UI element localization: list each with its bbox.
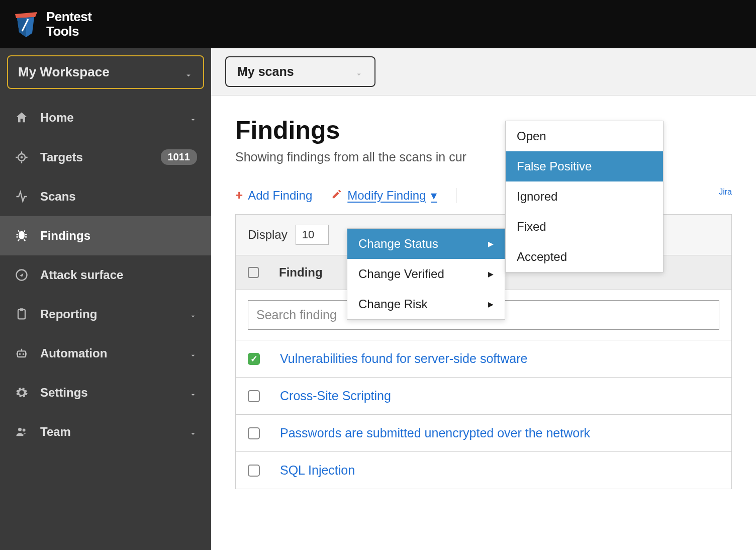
toolbar-divider — [456, 188, 456, 203]
column-header-finding: Finding — [279, 265, 323, 280]
menu-item-label: Change Verified — [358, 267, 444, 281]
change-status-submenu: Open False Positive Ignored Fixed Accept… — [505, 121, 664, 272]
sidebar-item-label: Attack surface — [40, 268, 197, 282]
status-option-accepted[interactable]: Accepted — [506, 242, 663, 272]
status-option-open[interactable]: Open — [506, 121, 663, 151]
robot-icon — [14, 346, 29, 361]
finding-link[interactable]: Vulnerabilities found for server-side so… — [280, 351, 527, 366]
workspace-selector[interactable]: My Workspace — [7, 55, 204, 89]
bug-icon — [14, 228, 29, 243]
svg-point-6 — [19, 353, 21, 355]
sidebar-item-attack-surface[interactable]: Attack surface — [0, 255, 211, 295]
sidebar-item-label: Findings — [40, 229, 197, 243]
brand-line1: Pentest — [46, 10, 91, 24]
sidebar-item-findings[interactable]: Findings — [0, 216, 211, 255]
modify-finding-menu: Change Status ▶ Change Verified ▶ Change… — [347, 228, 505, 320]
caret-down-icon: ▾ — [431, 189, 437, 203]
status-label: Open — [517, 129, 546, 143]
sidebar-item-label: Home — [40, 111, 178, 125]
modify-finding-label: Modify Finding — [347, 189, 426, 203]
jira-link[interactable]: Jira — [719, 188, 732, 197]
people-icon — [14, 424, 29, 439]
add-finding-button[interactable]: + Add Finding — [235, 188, 312, 203]
sidebar-item-label: Settings — [40, 386, 178, 400]
chevron-down-icon — [354, 67, 363, 76]
compass-icon — [14, 267, 29, 283]
targets-count-badge: 1011 — [161, 149, 198, 165]
sidebar-nav: Home Targets 1011 Scans Findings Attack … — [0, 98, 211, 550]
chevron-down-icon — [189, 427, 197, 436]
brand-text: Pentest Tools — [46, 10, 91, 38]
workspace-label: My Workspace — [18, 64, 110, 80]
status-label: False Positive — [517, 159, 592, 173]
modify-finding-button[interactable]: Modify Finding ▾ — [331, 189, 437, 203]
gear-icon — [14, 385, 29, 400]
chevron-down-icon — [189, 113, 197, 122]
menu-item-change-status[interactable]: Change Status ▶ — [347, 229, 505, 259]
home-icon — [14, 110, 29, 125]
content-topbar: My scans — [211, 48, 756, 96]
status-label: Ignored — [517, 190, 557, 204]
row-checkbox[interactable] — [248, 353, 260, 365]
sidebar-item-reporting[interactable]: Reporting — [0, 295, 211, 334]
row-checkbox[interactable] — [248, 465, 260, 477]
add-finding-label: Add Finding — [248, 189, 312, 203]
sidebar: My Workspace Home Targets 1011 Scans Fin… — [0, 48, 211, 550]
row-checkbox[interactable] — [248, 427, 260, 439]
chevron-down-icon — [189, 310, 197, 319]
sidebar-item-label: Automation — [40, 346, 178, 360]
app-header: Pentest Tools — [0, 0, 756, 48]
sidebar-item-settings[interactable]: Settings — [0, 373, 211, 412]
finding-row: Vulnerabilities found for server-side so… — [235, 340, 732, 378]
scans-selector-label: My scans — [237, 64, 294, 79]
svg-rect-5 — [18, 351, 26, 357]
chevron-right-icon: ▶ — [488, 240, 494, 248]
menu-item-label: Change Risk — [358, 297, 427, 311]
menu-item-label: Change Status — [358, 237, 438, 251]
sidebar-item-targets[interactable]: Targets 1011 — [0, 137, 211, 177]
brand-line2: Tools — [46, 24, 91, 39]
sidebar-item-team[interactable]: Team — [0, 412, 211, 451]
clipboard-icon — [14, 307, 29, 322]
svg-point-8 — [18, 428, 22, 431]
display-label: Display — [248, 228, 288, 242]
finding-link[interactable]: SQL Injection — [280, 463, 355, 478]
chevron-down-icon — [189, 388, 197, 397]
select-all-checkbox[interactable] — [248, 267, 259, 278]
finding-link[interactable]: Passwords are submitted unencrypted over… — [280, 426, 590, 440]
brand-logo: Pentest Tools — [12, 10, 91, 38]
sidebar-item-scans[interactable]: Scans — [0, 177, 211, 216]
finding-row: Passwords are submitted unencrypted over… — [235, 415, 732, 452]
chevron-down-icon — [189, 349, 197, 358]
finding-link[interactable]: Cross-Site Scripting — [280, 389, 391, 403]
status-option-ignored[interactable]: Ignored — [506, 181, 663, 212]
sidebar-item-home[interactable]: Home — [0, 98, 211, 137]
chevron-right-icon: ▶ — [488, 300, 494, 308]
status-option-fixed[interactable]: Fixed — [506, 212, 663, 242]
display-value: 10 — [302, 228, 314, 241]
target-icon — [14, 150, 29, 165]
svg-rect-3 — [18, 310, 25, 319]
menu-item-change-verified[interactable]: Change Verified ▶ — [347, 259, 505, 289]
menu-item-change-risk[interactable]: Change Risk ▶ — [347, 289, 505, 319]
activity-icon — [14, 189, 29, 204]
row-checkbox[interactable] — [248, 390, 260, 402]
svg-rect-4 — [20, 308, 24, 311]
sidebar-item-label: Team — [40, 425, 178, 439]
sidebar-item-label: Scans — [40, 190, 197, 204]
shield-logo-icon — [12, 10, 40, 38]
finding-row: Cross-Site Scripting — [235, 378, 732, 415]
display-count-select[interactable]: 10 — [296, 225, 329, 245]
svg-point-7 — [23, 353, 25, 355]
status-option-false-positive[interactable]: False Positive — [506, 151, 663, 181]
status-label: Fixed — [517, 220, 546, 234]
svg-point-1 — [21, 156, 23, 158]
plus-icon: + — [235, 188, 243, 203]
sidebar-item-label: Targets — [40, 150, 150, 164]
sidebar-item-automation[interactable]: Automation — [0, 334, 211, 373]
chevron-down-icon — [184, 68, 193, 77]
scans-selector[interactable]: My scans — [225, 56, 375, 87]
chevron-right-icon: ▶ — [488, 270, 494, 278]
edit-icon — [331, 189, 342, 203]
svg-point-9 — [23, 429, 26, 432]
